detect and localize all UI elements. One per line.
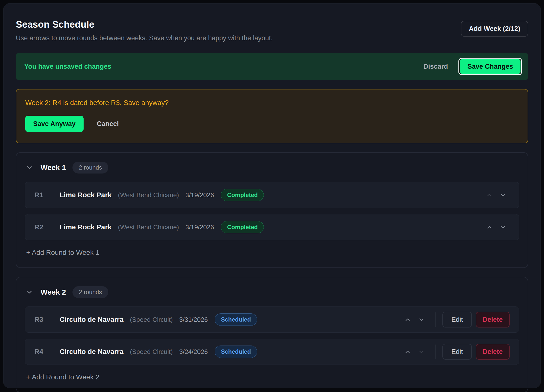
warning-banner-actions: Save Anyway Cancel	[25, 116, 519, 132]
round-controls: Edit Delete	[401, 344, 510, 360]
status-badge: Completed	[221, 221, 264, 233]
move-down-button[interactable]	[414, 345, 428, 359]
unsaved-changes-banner: You have unsaved changes Discard Save Ch…	[16, 53, 528, 80]
round-track-variant: (Speed Circuit)	[130, 348, 173, 356]
week-section: Week 1 2 rounds R1 Lime Rock Park (West …	[16, 152, 528, 268]
week-collapse-button[interactable]	[25, 287, 34, 297]
round-track-name: Circuito de Navarra	[60, 348, 123, 356]
round-track-name: Lime Rock Park	[60, 191, 112, 199]
chevron-down-icon	[499, 192, 506, 198]
round-controls	[482, 220, 510, 234]
round-track-name: Lime Rock Park	[60, 223, 112, 231]
rounds-count-badge: 2 rounds	[72, 162, 108, 174]
delete-button[interactable]: Delete	[476, 312, 510, 327]
chevron-down-icon	[499, 224, 506, 231]
page-subtitle: Use arrows to move rounds between weeks.…	[16, 34, 273, 42]
edit-button[interactable]: Edit	[442, 344, 472, 360]
round-number: R4	[34, 348, 60, 356]
save-anyway-button[interactable]: Save Anyway	[25, 116, 84, 132]
move-down-button[interactable]	[496, 220, 510, 234]
rounds-list: R3 Circuito de Navarra (Speed Circuit) 3…	[25, 306, 519, 365]
chevron-down-icon	[418, 316, 425, 323]
round-row: R1 Lime Rock Park (West Bend Chicane) 3/…	[25, 182, 519, 208]
week-collapse-button[interactable]	[25, 163, 34, 172]
page-header: Season Schedule Use arrows to move round…	[16, 19, 528, 42]
rounds-count-badge: 2 rounds	[72, 286, 108, 298]
controls-divider	[435, 345, 436, 359]
week-header: Week 2 2 rounds	[25, 286, 519, 298]
week-header: Week 1 2 rounds	[25, 162, 519, 174]
add-round-button[interactable]: + Add Round to Week 2	[25, 373, 99, 381]
round-controls: Edit Delete	[401, 312, 510, 327]
add-round-button[interactable]: + Add Round to Week 1	[25, 249, 99, 257]
week-title: Week 1	[41, 163, 66, 172]
round-track-variant: (West Bend Chicane)	[118, 191, 179, 199]
move-up-button[interactable]	[401, 313, 414, 327]
save-changes-button[interactable]: Save Changes	[459, 59, 521, 74]
warning-message: Week 2: R4 is dated before R3. Save anyw…	[25, 99, 519, 107]
round-date: 3/19/2026	[185, 223, 214, 231]
rounds-list: R1 Lime Rock Park (West Bend Chicane) 3/…	[25, 182, 519, 240]
weeks-list: Week 1 2 rounds R1 Lime Rock Park (West …	[16, 152, 528, 392]
page-title: Season Schedule	[16, 19, 273, 30]
date-order-warning-banner: Week 2: R4 is dated before R3. Save anyw…	[16, 89, 528, 143]
round-track-variant: (West Bend Chicane)	[118, 223, 179, 231]
status-badge: Scheduled	[215, 313, 257, 326]
unsaved-changes-message: You have unsaved changes	[24, 63, 111, 70]
round-number: R1	[34, 191, 60, 199]
chevron-up-icon	[404, 348, 411, 355]
chevron-up-icon	[486, 224, 493, 231]
round-number: R2	[34, 223, 60, 231]
move-down-button[interactable]	[414, 313, 428, 327]
status-badge: Scheduled	[215, 346, 257, 358]
unsaved-banner-actions: Discard Save Changes	[423, 59, 521, 74]
move-down-button[interactable]	[496, 188, 510, 202]
season-schedule-panel: Season Schedule Use arrows to move round…	[3, 3, 541, 388]
round-date: 3/19/2026	[185, 191, 214, 199]
move-up-button[interactable]	[482, 220, 496, 234]
edit-button[interactable]: Edit	[442, 312, 472, 327]
round-row: R3 Circuito de Navarra (Speed Circuit) 3…	[25, 306, 519, 333]
move-up-button[interactable]	[401, 345, 414, 359]
status-badge: Completed	[221, 189, 264, 201]
week-title: Week 2	[41, 288, 66, 296]
discard-button[interactable]: Discard	[423, 63, 448, 70]
move-up-button[interactable]	[482, 188, 496, 202]
cancel-button[interactable]: Cancel	[97, 120, 119, 128]
chevron-down-icon	[418, 348, 425, 355]
chevron-up-icon	[486, 192, 493, 198]
delete-button[interactable]: Delete	[476, 344, 510, 360]
round-date: 3/31/2026	[179, 316, 208, 324]
round-number: R3	[34, 316, 60, 324]
chevron-down-icon	[26, 164, 33, 171]
round-row: R2 Lime Rock Park (West Bend Chicane) 3/…	[25, 214, 519, 240]
round-controls	[482, 188, 510, 202]
round-row: R4 Circuito de Navarra (Speed Circuit) 3…	[25, 339, 519, 365]
round-date: 3/24/2026	[179, 348, 208, 356]
chevron-down-icon	[26, 288, 33, 296]
add-week-button[interactable]: Add Week (2/12)	[461, 21, 528, 37]
week-section: Week 2 2 rounds R3 Circuito de Navarra (…	[16, 277, 528, 392]
round-track-name: Circuito de Navarra	[60, 316, 123, 324]
round-track-variant: (Speed Circuit)	[130, 316, 173, 324]
chevron-up-icon	[404, 316, 411, 323]
controls-divider	[435, 312, 436, 327]
page-header-text: Season Schedule Use arrows to move round…	[16, 19, 273, 42]
